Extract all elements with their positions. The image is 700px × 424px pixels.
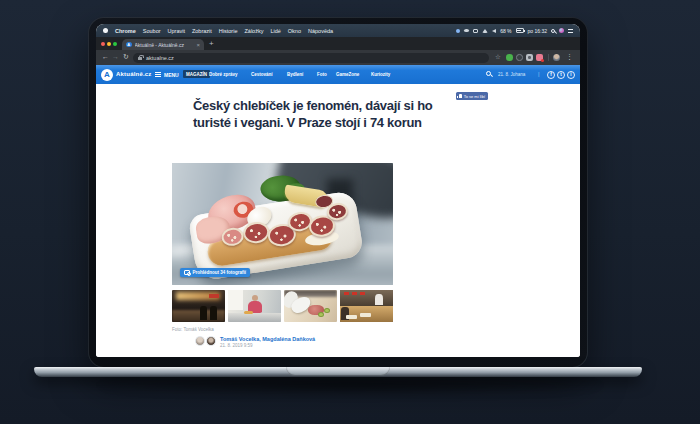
menubar-item-okno[interactable]: Okno xyxy=(288,28,301,34)
thumbs-up-icon xyxy=(459,94,462,98)
gallery-thumbnail-1[interactable] xyxy=(172,290,225,322)
forward-button[interactable]: → xyxy=(112,53,119,60)
site-logo[interactable]: A xyxy=(101,69,113,81)
battery-percent: 68 % xyxy=(500,28,511,34)
article-photo[interactable]: Prohlédnout 34 fotografií xyxy=(172,163,393,285)
nav-bydleni[interactable]: Bydlení xyxy=(287,72,303,77)
thumb-price-tag xyxy=(352,292,357,296)
nav-kuriozity[interactable]: Kuriozity xyxy=(371,72,390,77)
nav-dobre-zpravy[interactable]: Dobré zprávy xyxy=(209,72,238,77)
eye-status-icon[interactable] xyxy=(464,29,469,33)
laptop-base xyxy=(34,367,642,377)
hamburger-icon[interactable] xyxy=(155,72,161,77)
nameday-text: 21. 8. Johana xyxy=(498,72,525,77)
like-label: To se mi líbí xyxy=(464,94,485,99)
minimize-window-button[interactable] xyxy=(107,42,111,46)
laptop-screen: Chrome Soubor Upravit Zobrazit Historie … xyxy=(88,17,588,368)
menubar-clock[interactable]: po 16:32 xyxy=(528,28,547,34)
page-viewport: A Aktuálně.cz MENU MAGAZÍN › Dobré zpráv… xyxy=(96,65,580,357)
publish-date: 21. 8. 2019 9:59 xyxy=(220,343,253,348)
back-button[interactable]: ← xyxy=(102,53,109,60)
bookmark-star-icon[interactable]: ☆ xyxy=(495,54,501,61)
desktop-background: Chrome Soubor Upravit Zobrazit Historie … xyxy=(0,0,700,424)
instagram-icon[interactable]: i xyxy=(567,71,575,79)
menubar-item-upravit[interactable]: Upravit xyxy=(168,28,185,34)
author-avatar-1[interactable] xyxy=(195,336,205,346)
thumb-counter xyxy=(228,313,281,322)
extension-icon-2[interactable] xyxy=(516,54,523,61)
gallery-thumbnail-3[interactable] xyxy=(284,290,337,322)
browser-tab[interactable]: A Aktuálně - Aktuálně.cz × xyxy=(122,39,204,50)
laptop-shadow xyxy=(90,379,610,395)
author-avatar-2[interactable] xyxy=(206,336,216,346)
facebook-like-button[interactable]: To se mi líbí xyxy=(456,92,488,100)
extension-icon-1[interactable] xyxy=(506,54,513,61)
nav-cestovani[interactable]: Cestování xyxy=(251,72,273,77)
browser-toolbar: ← → ↻ aktualne.cz ☆ ⋮ xyxy=(96,50,580,65)
thumb-price-tag xyxy=(360,292,365,296)
profile-avatar[interactable] xyxy=(553,54,560,61)
https-lock-icon[interactable] xyxy=(138,57,142,60)
author-names[interactable]: Tomáš Vocelka, Magdaléna Daňková xyxy=(220,336,315,342)
new-tab-button[interactable]: + xyxy=(209,39,214,48)
site-search-icon[interactable] xyxy=(486,71,491,76)
thumb-price-tag xyxy=(344,292,349,296)
thumb-food xyxy=(244,311,253,314)
extension-icon-4[interactable] xyxy=(536,54,543,61)
article-headline: Český chlebíček je fenomén, dávají si ho… xyxy=(193,98,432,131)
volume-icon[interactable] xyxy=(492,29,496,33)
gallery-button[interactable]: Prohlédnout 34 fotografií xyxy=(180,268,250,277)
browser-tabstrip: A Aktuálně - Aktuálně.cz × + xyxy=(96,37,580,50)
siri-icon[interactable] xyxy=(559,28,564,33)
thumb-counter xyxy=(172,310,225,322)
zoom-window-button[interactable] xyxy=(113,42,117,46)
site-header: A Aktuálně.cz MENU MAGAZÍN › Dobré zpráv… xyxy=(96,65,580,84)
close-window-button[interactable] xyxy=(101,42,105,46)
spotlight-search-icon[interactable] xyxy=(551,29,555,33)
laptop-display: Chrome Soubor Upravit Zobrazit Historie … xyxy=(96,24,580,357)
menubar-item-zobrazit[interactable]: Zobrazit xyxy=(192,28,212,34)
gallery-thumbnail-4[interactable] xyxy=(340,290,393,322)
header-divider: | xyxy=(538,71,540,77)
apple-icon[interactable] xyxy=(103,28,108,33)
headline-line-2: turisté i vegani. V Praze stojí i 74 kor… xyxy=(193,115,432,132)
nav-gamezone[interactable]: GameZone xyxy=(336,72,359,77)
camera-icon xyxy=(184,270,190,275)
menu-button[interactable]: MENU xyxy=(164,72,179,78)
laptop-lid-notch xyxy=(286,367,390,376)
thumb-figure xyxy=(375,294,383,305)
url-text: aktualne.cz xyxy=(146,55,174,61)
menubar-item-chrome[interactable]: Chrome xyxy=(115,28,136,34)
section-magazin[interactable]: MAGAZÍN xyxy=(183,70,210,78)
wifi-icon[interactable] xyxy=(482,29,488,33)
browser-menu-icon[interactable]: ⋮ xyxy=(566,53,573,60)
nav-foto[interactable]: Foto xyxy=(317,72,327,77)
menubar-item-lide[interactable]: Lidé xyxy=(270,28,280,34)
thumb-figure xyxy=(200,306,207,320)
notification-center-icon[interactable] xyxy=(568,29,573,33)
extension-icon-3[interactable] xyxy=(526,54,533,61)
macos-menubar: Chrome Soubor Upravit Zobrazit Historie … xyxy=(96,24,580,37)
twitter-icon[interactable]: t xyxy=(557,71,565,79)
headline-line-1: Český chlebíček je fenomén, dávají si ho xyxy=(193,98,432,115)
address-bar[interactable]: aktualne.cz xyxy=(133,53,489,63)
menubar-item-historie[interactable]: Historie xyxy=(219,28,238,34)
display-status-icon[interactable] xyxy=(473,29,478,33)
menubar-item-soubor[interactable]: Soubor xyxy=(143,28,161,34)
menubar-item-zalozky[interactable]: Záložky xyxy=(244,28,263,34)
thumb-tray xyxy=(360,313,371,317)
photo-credit: Foto: Tomáš Vocelka xyxy=(172,327,214,332)
gallery-thumbnail-2[interactable] xyxy=(228,290,281,322)
toolbar-divider xyxy=(548,54,549,61)
menubar-item-napoveda[interactable]: Nápověda xyxy=(308,28,333,34)
user-status-icon[interactable] xyxy=(456,29,460,33)
facebook-icon[interactable]: f xyxy=(547,71,555,79)
reload-button[interactable]: ↻ xyxy=(123,53,129,60)
site-brand[interactable]: Aktuálně.cz xyxy=(116,71,152,77)
battery-icon xyxy=(516,28,524,33)
tab-close-icon[interactable]: × xyxy=(196,42,200,48)
gallery-button-label: Prohlédnout 34 fotografií xyxy=(193,270,247,275)
tab-favicon: A xyxy=(126,42,132,48)
thumb-tray xyxy=(346,315,357,319)
thumb-window xyxy=(228,290,243,310)
